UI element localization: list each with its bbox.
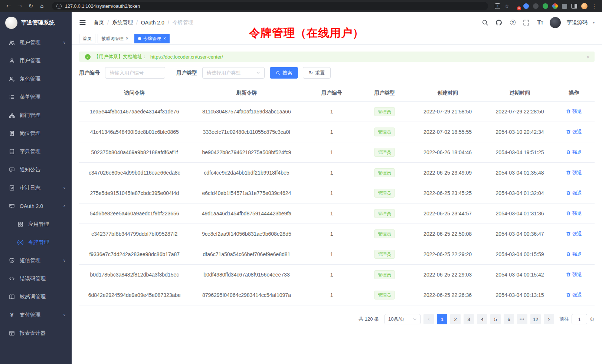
sidebar-item-oauth2-token[interactable]: 令牌管理 [0,233,72,251]
page-button-5[interactable]: 5 [490,314,501,324]
search-button[interactable]: 搜索 [270,67,298,79]
question-mark-icon: ? [510,20,516,25]
more-pages-button[interactable]: ••• [517,314,527,324]
user-id-input[interactable] [105,67,165,79]
user-type-select[interactable]: 请选择用户类型 [202,67,265,79]
extension-multicolor-icon[interactable] [552,3,558,9]
trash-icon [566,170,571,175]
page-button-3[interactable]: 3 [464,314,474,324]
sidebar-item-audit-log[interactable]: 审计日志∨ [0,179,72,197]
share-icon[interactable]: ↑ [495,3,500,9]
side-panel-icon[interactable] [571,4,577,9]
home-icon[interactable]: ⌂ [37,0,47,12]
sidebar-item-sensitive-word[interactable]: 敏感词管理 [0,288,72,306]
sidebar-item-error-code[interactable]: 错误码管理 [0,269,72,288]
force-logout-button[interactable]: 强退 [566,231,582,237]
bookmark-star-icon[interactable]: ☆ [504,3,509,9]
tab-close-icon[interactable]: × [163,36,166,41]
force-logout-button[interactable]: 强退 [566,210,582,217]
force-logout-button[interactable]: 强退 [566,251,582,258]
sidebar-item-oauth2[interactable]: OAuth 2.0∧ [0,197,72,215]
access-token-cell: c347026e805e4d99b0d116eae66eda8c [79,163,190,183]
report-icon [9,330,15,337]
sidebar-item-report-designer[interactable]: 报表设计器 [0,324,72,342]
user-type-badge: 管理员 [374,189,395,198]
doc-link[interactable]: https://doc.iocoder.cn/user-center/ [150,54,223,60]
column-header: 用户编号 [303,85,360,102]
page-button-12[interactable]: 12 [530,314,541,324]
page-button-2[interactable]: 2 [450,314,461,324]
reset-button[interactable]: ↻ 重置 [303,67,331,79]
help-icon[interactable]: ? [508,19,517,27]
page-button-6[interactable]: 6 [504,314,514,324]
goto-label: 前往 [559,316,569,322]
action-cell: 强退 [553,244,595,265]
refresh-token-cell: cdfc4ce9c2da4bb1bdf21b9918ff4be5 [190,163,304,183]
sidebar-item-dept[interactable]: 部门管理 [0,106,72,124]
chevron-down-icon[interactable]: ▾ [593,21,595,24]
sidebar-item-label: 菜单管理 [20,94,66,100]
sidebar-item-oauth2-app[interactable]: 应用管理 [0,215,72,233]
browser-profile-avatar[interactable] [581,3,588,9]
extension-with-badge-icon[interactable]: 0 [513,3,519,9]
fullscreen-icon[interactable] [522,19,530,27]
font-size-icon[interactable]: TT [536,19,544,27]
github-icon[interactable] [495,19,503,27]
tab-label: 令牌管理 [143,36,161,42]
back-icon[interactable]: ← [4,0,13,12]
goto-page-input[interactable] [572,314,587,324]
force-logout-button[interactable]: 强退 [566,271,582,278]
force-logout-button[interactable]: 强退 [566,149,582,156]
force-logout-button[interactable]: 强退 [566,129,582,135]
browser-menu-icon[interactable]: ⋮ [592,3,597,9]
expire-time-cell: 2054-03-04 00:15:42 [486,265,553,285]
sidebar-item-dict[interactable]: 字典管理 [0,142,72,161]
page-button-1[interactable]: 1 [437,314,447,324]
forward-icon[interactable]: → [15,0,24,12]
tab-敏感词管理[interactable]: 敏感词管理× [98,34,132,43]
extension-dark-icon[interactable] [533,3,539,9]
force-logout-button[interactable]: 强退 [566,108,582,115]
sidebar-item-pay[interactable]: ¥支付管理∨ [0,306,72,324]
url-bar[interactable]: i 127.0.0.1:1024/system/oauth2/token [52,2,488,10]
created-time-cell: 2022-06-25 22:50:08 [409,224,486,244]
force-logout-button[interactable]: 强退 [566,292,582,298]
sidebar-item-menu[interactable]: 菜单管理 [0,88,72,106]
prev-page-button[interactable]: ‹ [423,314,434,324]
sidebar-item-user[interactable]: 用户管理 [0,52,72,70]
force-logout-button[interactable]: 强退 [566,169,582,176]
app-logo[interactable]: 芋道管理系统 [0,12,72,33]
site-info-icon[interactable]: i [56,4,62,9]
sidebar-item-notice[interactable]: 通知公告 [0,161,72,179]
breadcrumb-item[interactable]: OAuth 2.0 [141,20,164,26]
user-id-cell: 1 [303,163,360,183]
tab-close-icon[interactable]: × [126,36,128,41]
breadcrumb-item[interactable]: 系统管理 [112,19,133,26]
puzzle-extensions-icon[interactable] [562,4,567,9]
tab-label: 首页 [83,36,92,42]
page-button-4[interactable]: 4 [477,314,487,324]
created-time-cell: 2022-06-26 18:04:46 [409,142,486,163]
sidebar-item-post[interactable]: 岗位管理 [0,124,72,142]
sidebar-item-sms[interactable]: 短信管理∨ [0,251,72,269]
tab-令牌管理[interactable]: 令牌管理× [134,34,170,43]
next-page-button[interactable]: › [544,314,554,324]
sidebar-item-tenant[interactable]: 租户管理∨ [0,33,72,52]
force-logout-button[interactable]: 强退 [566,190,582,196]
tab-首页[interactable]: 首页 [79,34,95,43]
extension-blue-icon[interactable] [523,3,529,9]
username[interactable]: 芋道源码 [566,19,587,26]
extension-green-icon[interactable] [543,3,548,9]
collapse-menu-icon[interactable] [79,19,86,26]
page-size-select[interactable]: 10条/页 [385,314,421,324]
alert-close-icon[interactable]: × [586,54,590,60]
goto-page: 前往页 [559,314,595,324]
sidebar-item-label: 审计日志 [20,185,59,191]
search-icon[interactable] [481,19,489,27]
sidebar-item-role[interactable]: 角色管理 [0,70,72,88]
table-row: 275e5de9151045fe87cbdc395e004f4de6cfd40e… [79,183,595,203]
reload-icon[interactable]: ↻ [26,0,36,12]
user-avatar[interactable] [550,17,561,28]
breadcrumb-item[interactable]: 首页 [94,19,104,26]
chevron-down-icon: ∨ [63,186,66,190]
